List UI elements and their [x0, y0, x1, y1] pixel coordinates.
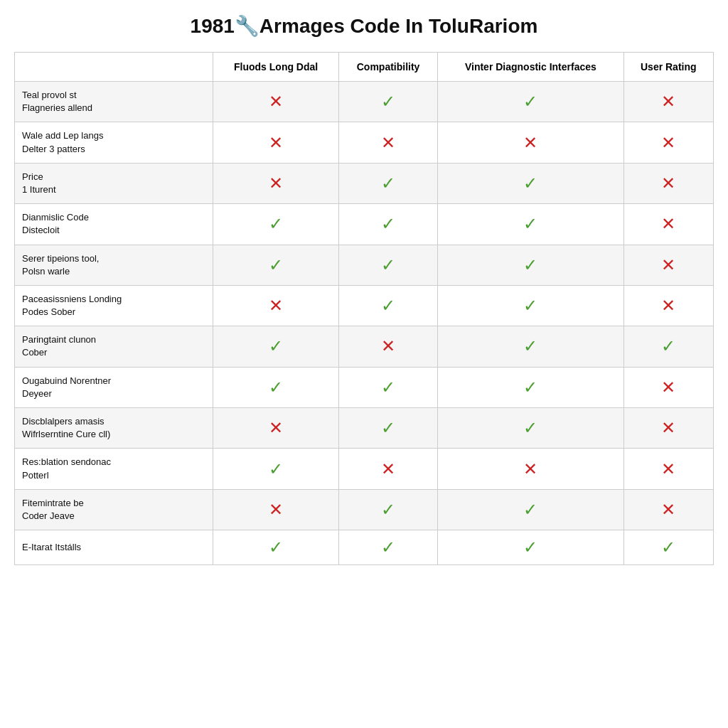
table-row: Res:blation sendonac Potterl✓✕✕✕	[15, 449, 714, 489]
row-7-col3: ✓	[438, 367, 623, 407]
row-10-col4: ✕	[623, 489, 713, 530]
row-4-col3: ✓	[438, 245, 623, 285]
row-4-col2: ✓	[338, 245, 437, 285]
row-label: E-Itarat Itstálls	[15, 530, 213, 565]
row-4-col1: ✓	[213, 245, 339, 285]
row-1-col2: ✕	[338, 122, 437, 163]
row-label: Serer tipeions tool, Polsn warle	[15, 245, 213, 285]
row-11-col3: ✓	[438, 530, 623, 565]
row-5-col2: ✓	[338, 285, 437, 326]
row-3-col3: ✓	[438, 204, 623, 245]
header-col2: Compatibility	[338, 53, 437, 82]
row-label: Price 1 Iturent	[15, 163, 213, 203]
row-3-col1: ✓	[213, 204, 339, 245]
row-label: Wale add Lep langs Delter 3 patters	[15, 122, 213, 163]
row-3-col2: ✓	[338, 204, 437, 245]
row-4-col4: ✕	[623, 245, 713, 285]
header-col3: Vinter Diagnostic Interfaces	[438, 53, 623, 82]
row-7-col4: ✕	[623, 367, 713, 407]
row-6-col2: ✕	[338, 326, 437, 367]
row-0-col3: ✓	[438, 82, 623, 122]
row-5-col4: ✕	[623, 285, 713, 326]
row-0-col1: ✕	[213, 82, 339, 122]
header-col1: Fluods Long Ddal	[213, 53, 339, 82]
row-2-col3: ✓	[438, 163, 623, 203]
row-8-col3: ✓	[438, 408, 623, 449]
row-8-col2: ✓	[338, 408, 437, 449]
row-6-col3: ✓	[438, 326, 623, 367]
table-row: Discblalpers amasis Wifrlserntine Cure c…	[15, 408, 714, 449]
row-label: Paringtaint clunon Cober	[15, 326, 213, 367]
table-header-row: Fluods Long Ddal Compatibility Vinter Di…	[15, 53, 714, 82]
row-label: Ougabuind Norentner Deyeer	[15, 367, 213, 407]
row-9-col2: ✕	[338, 449, 437, 489]
header-col4: User Rating	[623, 53, 713, 82]
row-3-col4: ✕	[623, 204, 713, 245]
row-1-col1: ✕	[213, 122, 339, 163]
row-1-col3: ✕	[438, 122, 623, 163]
row-label: Teal provol st Flagneries allend	[15, 82, 213, 122]
table-row: Price 1 Iturent✕✓✓✕	[15, 163, 714, 203]
row-label: Fitemintrate be Coder Jeave	[15, 489, 213, 530]
table-row: E-Itarat Itstálls✓✓✓✓	[15, 530, 714, 565]
row-1-col4: ✕	[623, 122, 713, 163]
table-row: Serer tipeions tool, Polsn warle✓✓✓✕	[15, 245, 714, 285]
table-row: Fitemintrate be Coder Jeave✕✓✓✕	[15, 489, 714, 530]
row-7-col2: ✓	[338, 367, 437, 407]
comparison-table: Fluods Long Ddal Compatibility Vinter Di…	[14, 52, 714, 565]
table-row: Paringtaint clunon Cober✓✕✓✓	[15, 326, 714, 367]
row-10-col1: ✕	[213, 489, 339, 530]
row-2-col4: ✕	[623, 163, 713, 203]
row-8-col1: ✕	[213, 408, 339, 449]
row-label: Discblalpers amasis Wifrlserntine Cure c…	[15, 408, 213, 449]
row-10-col3: ✓	[438, 489, 623, 530]
row-9-col1: ✓	[213, 449, 339, 489]
row-9-col4: ✕	[623, 449, 713, 489]
table-row: Paceasissniens Londing Podes Sober✕✓✓✕	[15, 285, 714, 326]
row-9-col3: ✕	[438, 449, 623, 489]
row-6-col1: ✓	[213, 326, 339, 367]
row-2-col2: ✓	[338, 163, 437, 203]
row-5-col1: ✕	[213, 285, 339, 326]
row-0-col4: ✕	[623, 82, 713, 122]
row-label: Paceasissniens Londing Podes Sober	[15, 285, 213, 326]
row-11-col1: ✓	[213, 530, 339, 565]
row-2-col1: ✕	[213, 163, 339, 203]
row-6-col4: ✓	[623, 326, 713, 367]
table-row: Ougabuind Norentner Deyeer✓✓✓✕	[15, 367, 714, 407]
row-11-col2: ✓	[338, 530, 437, 565]
row-5-col3: ✓	[438, 285, 623, 326]
table-row: Dianmislic Code Distecloit✓✓✓✕	[15, 204, 714, 245]
table-row: Wale add Lep langs Delter 3 patters✕✕✕✕	[15, 122, 714, 163]
header-label-col	[15, 53, 213, 82]
row-7-col1: ✓	[213, 367, 339, 407]
row-label: Dianmislic Code Distecloit	[15, 204, 213, 245]
page-title: 1981🔧Armages Code In ToluRariom	[14, 14, 714, 38]
row-label: Res:blation sendonac Potterl	[15, 449, 213, 489]
row-11-col4: ✓	[623, 530, 713, 565]
row-10-col2: ✓	[338, 489, 437, 530]
row-8-col4: ✕	[623, 408, 713, 449]
row-0-col2: ✓	[338, 82, 437, 122]
table-row: Teal provol st Flagneries allend✕✓✓✕	[15, 82, 714, 122]
